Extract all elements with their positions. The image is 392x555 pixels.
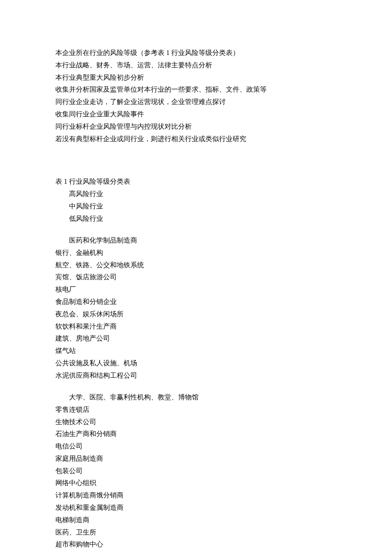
list-item: 电信公司: [55, 440, 337, 453]
spacer: [55, 145, 337, 176]
list-item: 夜总会、娱乐休闲场所: [55, 308, 337, 321]
list-item: 电梯制造商: [55, 514, 337, 526]
list-item: 航空、铁路、公交和地铁系统: [55, 259, 337, 272]
intro-line: 收集并分析国家及监管单位对本行业的一些要求、指标、文件、政策等: [55, 84, 337, 96]
list-item: 食品制造和分销企业: [55, 296, 337, 308]
list-item: 超市和购物中心: [55, 538, 337, 551]
list-item: 银行、金融机构: [55, 247, 337, 259]
intro-line: 本行业战略、财务、市场、运营、法律主要特点分析: [55, 59, 337, 72]
group-2: 大学、医院、非赢利性机构、教堂、博物馆 零售连锁店 生物技术公司 石油生产商和分…: [55, 391, 337, 551]
intro-section: 本企业所在行业的风险等级（参考表 1 行业风险等级分类表） 本行业战略、财务、市…: [55, 47, 337, 145]
list-item: 石油生产商和分销商: [55, 428, 337, 440]
intro-line: 同行业企业走访，了解企业运营现状，企业管理难点探讨: [55, 96, 337, 108]
intro-line: 同行业标杆企业风险管理与内控现状对比分析: [55, 121, 337, 133]
list-item: 核电厂: [55, 283, 337, 296]
intro-line: 本行业典型重大风险初步分析: [55, 72, 337, 84]
list-item: 煤气站: [55, 345, 337, 357]
list-item: 家庭用品制造商: [55, 453, 337, 465]
list-item: 零售连锁店: [55, 404, 337, 416]
list-item: 公共设施及私人设施、机场: [55, 357, 337, 370]
document-content: 本企业所在行业的风险等级（参考表 1 行业风险等级分类表） 本行业战略、财务、市…: [55, 47, 337, 551]
intro-line: 若没有典型标杆企业或同行业，则进行相关行业或类似行业研究: [55, 133, 337, 145]
risk-level-item: 中风险行业: [55, 200, 337, 213]
list-item: 宾馆、饭店旅游公司: [55, 271, 337, 283]
group-1: 医药和化学制品制造商 银行、金融机构 航空、铁路、公交和地铁系统 宾馆、饭店旅游…: [55, 234, 337, 382]
list-item: 医药、卫生所: [55, 526, 337, 539]
table-title: 表 1 行业风险等级分类表: [55, 176, 337, 188]
list-item: 发动机和重金属制造商: [55, 502, 337, 514]
list-item: 水泥供应商和结构工程公司: [55, 370, 337, 382]
intro-line: 本企业所在行业的风险等级（参考表 1 行业风险等级分类表）: [55, 47, 337, 59]
list-item: 包装公司: [55, 465, 337, 477]
list-item: 生物技术公司: [55, 416, 337, 428]
list-item: 大学、医院、非赢利性机构、教堂、博物馆: [55, 391, 337, 404]
spacer: [55, 382, 337, 391]
list-item: 网络中心组织: [55, 477, 337, 489]
intro-line: 收集同行业企业重大风险事件: [55, 108, 337, 121]
spacer: [55, 225, 337, 234]
risk-level-item: 高风险行业: [55, 188, 337, 200]
list-item: 建筑、房地产公司: [55, 332, 337, 345]
table-section: 表 1 行业风险等级分类表 高风险行业 中风险行业 低风险行业: [55, 176, 337, 225]
list-item: 医药和化学制品制造商: [55, 234, 337, 247]
list-item: 软饮料和果汁生产商: [55, 321, 337, 333]
list-item: 计算机制造商饿分销商: [55, 489, 337, 502]
risk-level-item: 低风险行业: [55, 213, 337, 225]
